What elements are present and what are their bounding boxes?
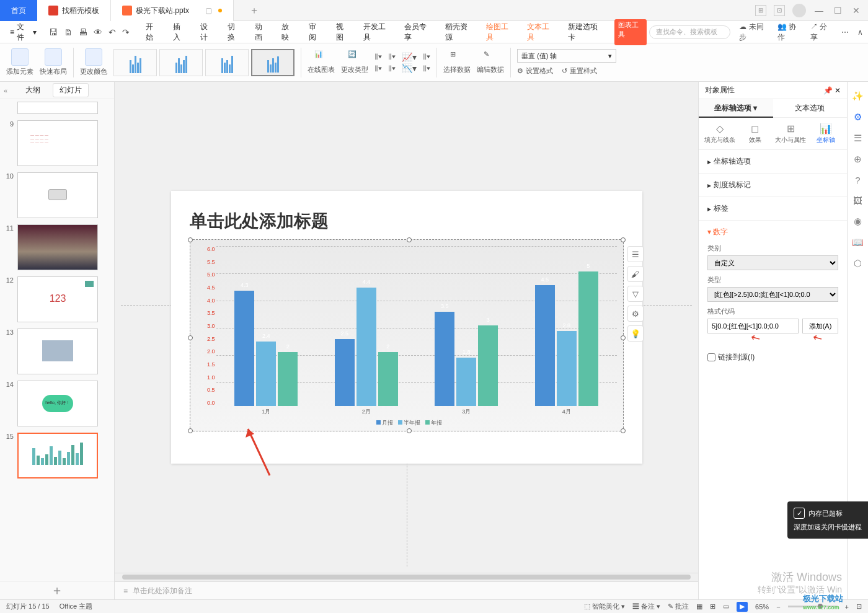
tab-document[interactable]: 极光下载站.pptx▢ bbox=[111, 0, 234, 21]
side-book-icon[interactable]: 📖 bbox=[852, 237, 864, 248]
edit-data-button[interactable]: ✎编辑数据 bbox=[477, 50, 504, 74]
menu-insert[interactable]: 插入 bbox=[172, 19, 188, 45]
pin-icon[interactable]: 📌 bbox=[823, 86, 833, 95]
zoom-in-icon[interactable]: + bbox=[845, 603, 849, 611]
window-layout2-icon[interactable]: ⊡ bbox=[774, 5, 785, 16]
menu-animation[interactable]: 动画 bbox=[254, 19, 270, 45]
slide-thumb-12[interactable]: 12123 bbox=[4, 276, 110, 322]
menu-more-icon[interactable]: ⋯ bbox=[841, 28, 849, 37]
resize-handle[interactable] bbox=[621, 335, 626, 340]
tab-home[interactable]: 首页 bbox=[0, 0, 37, 21]
side-settings-icon[interactable]: ⚙ bbox=[854, 112, 862, 123]
chart-icon[interactable]: 📉▾ bbox=[402, 63, 417, 73]
slide-thumb-13[interactable]: 13 bbox=[4, 329, 110, 374]
scroll-thumb[interactable] bbox=[122, 575, 691, 580]
redo-icon[interactable]: ↷ bbox=[122, 27, 130, 37]
menu-start[interactable]: 开始 bbox=[144, 19, 161, 45]
resize-handle[interactable] bbox=[621, 237, 626, 242]
preview-icon[interactable]: 👁 bbox=[94, 27, 102, 37]
resize-handle[interactable] bbox=[621, 428, 626, 433]
hscrollbar[interactable] bbox=[115, 573, 698, 581]
menu-review[interactable]: 审阅 bbox=[308, 19, 324, 45]
select-data-button[interactable]: ⊞选择数据 bbox=[443, 50, 471, 74]
maximize-button[interactable]: ☐ bbox=[832, 5, 843, 16]
tab-slides[interactable]: 幻灯片 bbox=[53, 83, 89, 97]
menu-devtools[interactable]: 开发工具 bbox=[362, 19, 392, 45]
subtab-size[interactable]: ⊞大小与属性 bbox=[774, 123, 808, 144]
chart-icon[interactable]: ⫴▾ bbox=[374, 63, 382, 74]
category-select[interactable]: 自定义 bbox=[707, 255, 838, 270]
menu-vip[interactable]: 会员专享 bbox=[403, 19, 433, 45]
menu-docer[interactable]: 稻壳资源 bbox=[444, 19, 474, 45]
view-sorter-icon[interactable]: ⊞ bbox=[710, 602, 715, 611]
beautify-button[interactable]: ⬚ 智能美化 ▾ bbox=[584, 602, 625, 611]
menu-slideshow[interactable]: 放映 bbox=[280, 19, 296, 45]
tab-templates[interactable]: 找稻壳模板 bbox=[37, 0, 111, 21]
tab-pin-icon[interactable]: ▢ bbox=[205, 6, 212, 15]
chart-side-elements-icon[interactable]: ☰ bbox=[627, 246, 644, 262]
side-ai-icon[interactable]: ✨ bbox=[852, 90, 864, 102]
add-slide-button[interactable]: ＋ bbox=[0, 581, 114, 600]
slide-list[interactable]: 9— — — —— — — —— — — — 10 11 12123 13 14… bbox=[0, 99, 114, 581]
section-labels[interactable]: ▸ 标签 bbox=[699, 197, 847, 221]
file-menu[interactable]: ≡ 文件 ▾ bbox=[5, 20, 42, 44]
section-axis-options[interactable]: ▸ 坐标轴选项 bbox=[699, 150, 847, 174]
chart-icon[interactable]: 📈▾ bbox=[402, 52, 417, 62]
reset-style-button[interactable]: ↺ 重置样式 bbox=[562, 66, 597, 76]
tab-add[interactable]: ＋ bbox=[234, 0, 275, 21]
close-button[interactable]: ✕ bbox=[851, 5, 862, 16]
collapse-icon[interactable]: « bbox=[4, 87, 7, 94]
zoom-value[interactable]: 65% bbox=[755, 603, 769, 611]
memory-toast[interactable]: ✓内存已超标 深度加速关闭卡慢进程 bbox=[787, 501, 868, 539]
change-type-button[interactable]: 🔄更改类型 bbox=[341, 50, 368, 74]
fit-screen-icon[interactable]: ⊡ bbox=[856, 602, 862, 611]
slide-thumb-9[interactable]: 9— — — —— — — —— — — — bbox=[4, 120, 110, 166]
chart-style-3[interactable] bbox=[205, 49, 249, 76]
chart-icon[interactable]: ⫴▾ bbox=[423, 51, 430, 62]
print-icon[interactable]: 🖶 bbox=[79, 27, 87, 37]
menu-view[interactable]: 视图 bbox=[335, 19, 351, 45]
undo-icon[interactable]: ↶ bbox=[108, 27, 116, 37]
view-reading-icon[interactable]: ▭ bbox=[723, 602, 729, 611]
side-compass-icon[interactable]: ◉ bbox=[854, 216, 862, 227]
slide-thumb-14[interactable]: 14hello, 你好！ bbox=[4, 381, 110, 426]
chart[interactable]: 0.00.51.01.52.02.53.03.54.04.55.05.56.0 … bbox=[190, 239, 624, 431]
window-layout1-icon[interactable]: ⊞ bbox=[755, 5, 766, 16]
subtab-axis[interactable]: 📊坐标轴 bbox=[809, 123, 843, 144]
save-as-icon[interactable]: 🗎 bbox=[64, 27, 73, 37]
menu-collapse-icon[interactable]: ∧ bbox=[857, 28, 863, 37]
sync-button[interactable]: ☁ 未同步 bbox=[739, 22, 768, 43]
close-panel-icon[interactable]: ✕ bbox=[835, 86, 841, 95]
save-icon[interactable]: 🖫 bbox=[49, 27, 58, 37]
type-select[interactable]: [红色][>2.5]0.0;[红色][<1]0.0;0.0 bbox=[707, 287, 838, 302]
subtab-fill[interactable]: ◇填充与线条 bbox=[702, 123, 737, 144]
coop-button[interactable]: 👥 协作 bbox=[777, 22, 802, 43]
tab-outline[interactable]: 大纲 bbox=[25, 85, 40, 95]
link-to-source-checkbox[interactable]: 链接到源(I) bbox=[707, 352, 838, 363]
slide-thumb-8[interactable] bbox=[4, 102, 110, 114]
set-format-button[interactable]: ⚙ 设置格式 bbox=[517, 66, 553, 76]
chart-side-filter-icon[interactable]: ▽ bbox=[627, 286, 644, 302]
axis-dropdown[interactable]: 垂直 (值) 轴▾ bbox=[517, 49, 616, 63]
ribbon-quick-layout[interactable]: 快速布局 bbox=[40, 48, 67, 76]
menu-transition[interactable]: 切换 bbox=[226, 19, 242, 45]
side-cube-icon[interactable]: ⬡ bbox=[854, 258, 862, 269]
chart-style-2[interactable] bbox=[159, 49, 203, 76]
chart-icon[interactable]: ⫴▾ bbox=[388, 51, 396, 62]
minimize-button[interactable]: — bbox=[813, 5, 825, 16]
chart-style-1[interactable] bbox=[113, 49, 157, 76]
slide-thumb-10[interactable]: 10 bbox=[4, 172, 110, 218]
chart-side-settings-icon[interactable]: ⚙ bbox=[627, 306, 644, 322]
menu-design[interactable]: 设计 bbox=[199, 19, 215, 45]
comments-button[interactable]: ✎ 批注 bbox=[668, 602, 689, 611]
section-number-title[interactable]: ▾ 数字 bbox=[707, 227, 838, 237]
notes-button[interactable]: ☰ 备注 ▾ bbox=[632, 602, 660, 611]
side-help-icon[interactable]: ? bbox=[855, 175, 860, 185]
resize-handle[interactable] bbox=[188, 237, 193, 242]
zoom-out-icon[interactable]: − bbox=[776, 603, 780, 611]
resize-handle[interactable] bbox=[407, 428, 412, 433]
slideshow-button[interactable]: ▶ bbox=[737, 602, 748, 612]
resize-handle[interactable] bbox=[188, 428, 193, 433]
ribbon-change-color[interactable]: 更改颜色 bbox=[80, 48, 107, 76]
search-input[interactable]: 查找命令、搜索模板 bbox=[649, 25, 730, 39]
